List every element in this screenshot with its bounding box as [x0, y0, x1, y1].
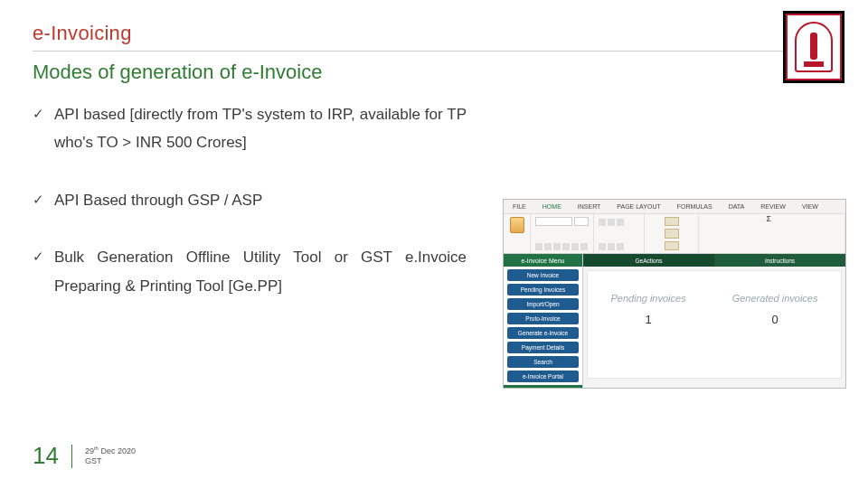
ribbon-tab: VIEW [802, 203, 818, 210]
align-icon [608, 219, 615, 226]
ribbon-tab: FORMULAS [677, 203, 712, 210]
underline-icon [553, 243, 561, 250]
bold-icon [535, 243, 542, 250]
align-icon [617, 243, 624, 250]
stat-label: Pending invoices [611, 293, 686, 304]
align-icon [599, 243, 606, 250]
stats-panel: Pending invoices 1 Generated invoices 0 [587, 270, 842, 379]
ribbon-tab: HOME [542, 203, 561, 210]
stat-block: Generated invoices 0 [732, 293, 818, 326]
stat-block: Pending invoices 1 [611, 293, 686, 326]
stat-value: 0 [732, 313, 818, 326]
side-menu-item: Search [507, 356, 579, 368]
sheet-tabs: GeActions Instructions [583, 254, 845, 267]
side-menu-item: Payment Details [507, 342, 579, 353]
side-menu-item: Import/Open [507, 298, 579, 310]
cells-group [645, 214, 699, 253]
side-menu-item: Proto-Invoice [507, 313, 579, 324]
align-icon [617, 219, 624, 226]
app-screenshot: FILE HOME INSERT PAGE LAYOUT FORMULAS DA… [503, 199, 846, 389]
ribbon-tab: PAGE LAYOUT [617, 203, 660, 210]
bullet-item: Bulk Generation Offline Utility Tool or … [33, 243, 467, 300]
institution-logo [783, 11, 844, 83]
stat-value: 1 [611, 313, 686, 326]
ribbon-tab: DATA [729, 203, 745, 210]
ribbon-tab: REVIEW [760, 203, 786, 210]
side-menu-header: e-Invoice Menu [504, 254, 582, 267]
ribbon-tab: INSERT [578, 203, 601, 210]
divider [33, 51, 835, 52]
font-group [531, 214, 594, 253]
align-icon [608, 243, 615, 250]
sheet-tab: GeActions [583, 254, 714, 267]
side-menu-item: Pending Invoices [507, 284, 579, 296]
footer-topic: GST [85, 456, 102, 465]
italic-icon [544, 243, 552, 250]
size-select [574, 217, 589, 226]
slide-title: e-Invoicing [33, 22, 835, 45]
align-icon [599, 219, 606, 226]
format-icon [665, 241, 679, 250]
slide-subtitle: Modes of generation of e-Invoice [33, 61, 835, 84]
bullet-list: API based [directly from TP's system to … [33, 100, 485, 329]
insert-icon [665, 217, 679, 226]
footer-meta: 29th Dec 2020 GST [85, 446, 136, 466]
autosum-icon: Σ [767, 214, 778, 225]
border-icon [562, 243, 570, 250]
font-select [535, 217, 572, 226]
side-menu-item: e-Invoice Portal [507, 371, 579, 382]
side-menu-item: Generate e-Invoice [507, 327, 579, 339]
align-group [594, 214, 645, 253]
clipboard-icon [510, 217, 524, 233]
bullet-item: API based [directly from TP's system to … [33, 100, 467, 157]
footer-date-rest: Dec 2020 [99, 446, 136, 455]
bullet-item: API Based through GSP / ASP [33, 186, 467, 214]
fill-icon [571, 243, 579, 250]
footer-date-day: 29 [85, 446, 94, 455]
sheet-tab: Instructions [714, 254, 845, 267]
stat-label: Generated invoices [732, 293, 818, 304]
editing-group: Σ [699, 214, 845, 253]
delete-icon [665, 229, 679, 238]
ribbon-toolbar: Σ [504, 214, 845, 254]
side-master-header: Masters [504, 385, 582, 389]
divider [71, 445, 72, 468]
paste-group [504, 214, 531, 253]
page-number: 14 [33, 442, 59, 470]
side-menu: e-Invoice Menu New Invoice Pending Invoi… [504, 254, 583, 388]
ribbon-tab: FILE [513, 203, 526, 210]
side-menu-item: New Invoice [507, 269, 579, 281]
color-icon [580, 243, 588, 250]
ribbon-tabs: FILE HOME INSERT PAGE LAYOUT FORMULAS DA… [504, 200, 845, 214]
slide-footer: 14 29th Dec 2020 GST [33, 442, 136, 470]
